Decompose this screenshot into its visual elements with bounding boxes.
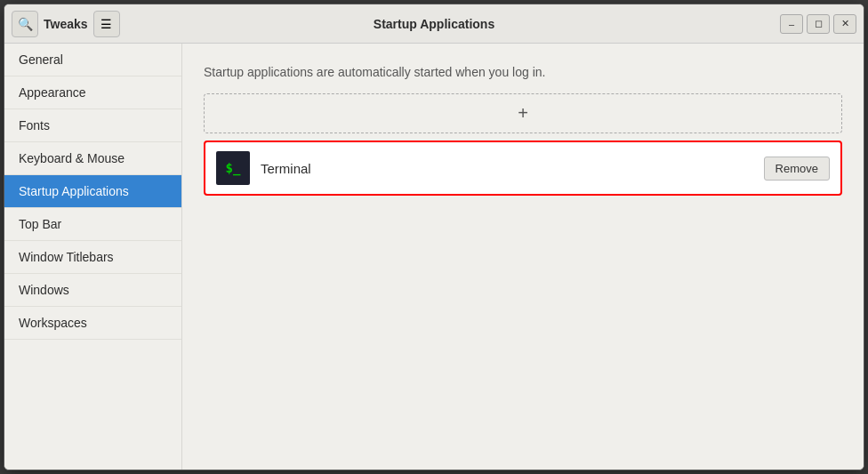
- menu-button[interactable]: ☰: [93, 11, 120, 37]
- sidebar-item-fonts[interactable]: Fonts: [4, 109, 181, 142]
- sidebar-item-general[interactable]: General: [4, 44, 181, 76]
- app-name-label: Terminal: [261, 161, 753, 176]
- add-application-button[interactable]: +: [205, 94, 841, 133]
- main-window: 🔍 Tweaks ☰ Startup Applications – ◻ ✕ Ge…: [4, 4, 864, 470]
- content-area: General Appearance Fonts Keyboard & Mous…: [4, 44, 864, 470]
- sidebar-item-workspaces[interactable]: Workspaces: [4, 307, 181, 340]
- menu-icon: ☰: [100, 17, 112, 31]
- terminal-icon: $_: [216, 151, 250, 185]
- sidebar-item-windows[interactable]: Windows: [4, 274, 181, 307]
- titlebar-left: 🔍 Tweaks ☰: [12, 11, 189, 37]
- add-button-container: +: [204, 93, 842, 133]
- sidebar-item-startup-applications[interactable]: Startup Applications: [4, 175, 181, 208]
- app-title: Tweaks: [44, 17, 88, 31]
- minimize-button[interactable]: –: [780, 14, 803, 34]
- titlebar: 🔍 Tweaks ☰ Startup Applications – ◻ ✕: [4, 4, 864, 44]
- search-icon: 🔍: [18, 17, 33, 31]
- window-title: Startup Applications: [374, 17, 494, 31]
- close-button[interactable]: ✕: [833, 14, 856, 34]
- titlebar-center: Startup Applications: [189, 17, 679, 31]
- terminal-icon-symbol: $_: [226, 161, 241, 175]
- sidebar-item-window-titlebars[interactable]: Window Titlebars: [4, 241, 181, 274]
- description-text: Startup applications are automatically s…: [204, 65, 842, 79]
- maximize-button[interactable]: ◻: [807, 14, 830, 34]
- main-panel: Startup applications are automatically s…: [182, 44, 864, 470]
- sidebar-item-appearance[interactable]: Appearance: [4, 76, 181, 109]
- app-row-terminal: $_ Terminal Remove: [204, 141, 842, 196]
- sidebar-item-top-bar[interactable]: Top Bar: [4, 208, 181, 241]
- remove-button[interactable]: Remove: [764, 157, 830, 181]
- titlebar-right: – ◻ ✕: [679, 14, 856, 34]
- sidebar-item-keyboard-mouse[interactable]: Keyboard & Mouse: [4, 142, 181, 175]
- search-button[interactable]: 🔍: [12, 11, 38, 37]
- sidebar: General Appearance Fonts Keyboard & Mous…: [4, 44, 182, 470]
